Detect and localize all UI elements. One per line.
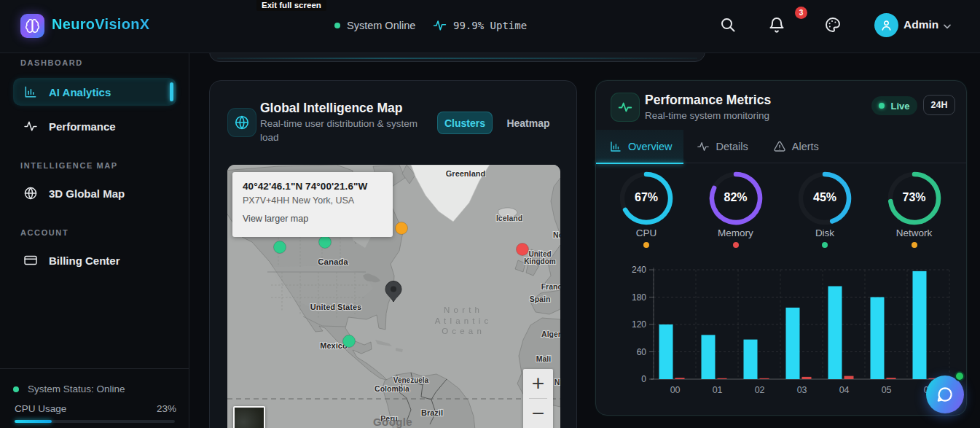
map-card-title: Global Intelligence Map bbox=[260, 101, 402, 116]
performance-metrics-card: Performance Metrics Real-time system mon… bbox=[595, 80, 967, 416]
cpu-usage-label: CPU Usage bbox=[15, 403, 66, 414]
map-zoom-control: + − bbox=[523, 369, 553, 428]
tab-label: Overview bbox=[628, 141, 672, 152]
sidebar-item-performance[interactable]: Performance bbox=[13, 112, 176, 140]
map-coordinates: 40°42'46.1"N 74°00'21.6"W bbox=[243, 181, 383, 192]
map-label: Ni bbox=[554, 378, 560, 386]
bar-requests-02 bbox=[744, 340, 758, 379]
tab-details[interactable]: Details bbox=[683, 130, 759, 163]
zoom-in-button[interactable]: + bbox=[523, 369, 553, 398]
gauge-label: CPU bbox=[602, 227, 691, 238]
user-name[interactable]: Admin bbox=[903, 18, 938, 31]
bar-requests-00 bbox=[659, 324, 673, 379]
app-root: NeuroVisionX Exit full screen System Onl… bbox=[0, 0, 980, 428]
chevron-down-icon[interactable] bbox=[941, 20, 953, 32]
gauge-label: Network bbox=[870, 227, 959, 238]
gauge-label: Disk bbox=[780, 227, 869, 238]
online-dot bbox=[334, 23, 340, 28]
zoom-out-button[interactable]: − bbox=[523, 399, 553, 428]
brain-icon bbox=[25, 18, 40, 34]
gauges-row: 67%CPU82%Memory45%Disk73%Network bbox=[596, 163, 966, 262]
cpu-progress-track bbox=[15, 420, 175, 423]
bar-chart-icon bbox=[23, 85, 38, 99]
tab-alerts[interactable]: Alerts bbox=[760, 130, 831, 163]
map-label: Venezuela bbox=[393, 376, 429, 384]
bar-requests-05 bbox=[871, 297, 885, 380]
bar-requests-01 bbox=[702, 335, 716, 379]
embedded-map[interactable]: GreenlandIcelandNoCanadaUnitedKingdomFra… bbox=[227, 165, 560, 428]
status-dot bbox=[13, 386, 19, 392]
metrics-card-title: Performance Metrics bbox=[645, 93, 771, 108]
x-axis-label: 01 bbox=[713, 385, 723, 395]
sidebar-item-ai-analytics[interactable]: AI Analytics bbox=[13, 78, 176, 106]
metrics-tabs: Overview Details Alerts bbox=[596, 130, 966, 163]
map-label: Spain bbox=[530, 295, 551, 303]
activity-icon bbox=[617, 99, 633, 115]
tab-overview[interactable]: Overview bbox=[596, 130, 683, 163]
credit-card-icon bbox=[23, 253, 38, 268]
bar-requests-04 bbox=[828, 287, 842, 380]
palette-icon[interactable] bbox=[824, 16, 842, 34]
bar-chart: 06012018024000010203040506 bbox=[611, 262, 959, 405]
section-label-account: ACCOUNT bbox=[20, 228, 68, 237]
sidebar-item-3d-global-map[interactable]: 3D Global Map bbox=[13, 179, 176, 207]
section-label-dashboard: DASHBOARD bbox=[20, 58, 83, 67]
gauge-disk: 45%Disk bbox=[780, 169, 869, 248]
pulse-icon bbox=[433, 18, 447, 32]
sidebar-footer: System Status: Online CPU Usage 23% bbox=[0, 368, 189, 428]
map-label: Kingdom bbox=[524, 257, 555, 265]
activity-icon bbox=[611, 93, 640, 122]
x-axis-label: 02 bbox=[755, 385, 765, 395]
bar-requests-06 bbox=[913, 271, 927, 379]
x-axis-label: 00 bbox=[670, 385, 681, 395]
gauge-network: 73%Network bbox=[870, 169, 959, 248]
alert-triangle-icon bbox=[773, 140, 786, 153]
gauge-label: Memory bbox=[691, 227, 780, 238]
street-view-thumbnail[interactable] bbox=[233, 406, 265, 428]
uptime-status: 99.9% Uptime bbox=[433, 19, 527, 31]
bar-errors-00 bbox=[675, 378, 685, 379]
globe-icon bbox=[234, 114, 250, 131]
cpu-progress-fill bbox=[15, 420, 52, 423]
bell-icon[interactable] bbox=[768, 16, 785, 34]
cluster-red-marker[interactable] bbox=[517, 244, 529, 256]
gauge-memory: 82%Memory bbox=[691, 169, 780, 248]
svg-text:180: 180 bbox=[632, 292, 646, 303]
map-label: Iceland bbox=[496, 214, 522, 222]
map-card-subtitle: Real-time user distribution & system loa… bbox=[260, 117, 439, 144]
gauge-value: 82% bbox=[691, 191, 780, 204]
system-status-label: System Online bbox=[347, 20, 415, 31]
map-info-tooltip: 40°42'46.1"N 74°00'21.6"W PX7V+4HH New Y… bbox=[232, 172, 393, 237]
gauge-value: 67% bbox=[602, 191, 691, 204]
user-avatar[interactable] bbox=[874, 13, 898, 37]
search-icon[interactable] bbox=[719, 16, 737, 34]
map-label: Mali bbox=[536, 354, 552, 363]
bar-errors-02 bbox=[760, 378, 769, 379]
sidebar-item-label: Billing Center bbox=[49, 254, 120, 267]
tab-label: Alerts bbox=[792, 141, 819, 152]
top-header: NeuroVisionX Exit full screen System Onl… bbox=[0, 0, 980, 53]
gauge-status-dot bbox=[643, 242, 649, 248]
cluster-orange-marker[interactable] bbox=[396, 222, 408, 235]
global-intelligence-map-card: Global Intelligence Map Real-time user d… bbox=[209, 80, 577, 428]
map-label: Franc bbox=[541, 282, 560, 291]
cluster-green-1-marker[interactable] bbox=[274, 241, 286, 254]
cluster-green-2-marker[interactable] bbox=[319, 236, 332, 249]
cpu-usage-row: CPU Usage 23% bbox=[15, 403, 176, 414]
map-label: O c e a n bbox=[442, 327, 482, 335]
bar-errors-03 bbox=[802, 377, 812, 379]
live-dot bbox=[879, 103, 885, 109]
clusters-button[interactable]: Clusters bbox=[437, 112, 493, 134]
sidebar-item-label: Performance bbox=[49, 120, 116, 133]
sidebar-item-billing-center[interactable]: Billing Center bbox=[13, 246, 176, 274]
time-range-badge[interactable]: 24H bbox=[923, 95, 955, 115]
brand-logo[interactable] bbox=[20, 14, 44, 38]
globe-icon bbox=[227, 108, 256, 137]
chat-bubble-icon bbox=[936, 385, 954, 404]
notification-badge: 3 bbox=[795, 7, 807, 19]
cluster-green-3-marker[interactable] bbox=[343, 335, 356, 348]
heatmap-button[interactable]: Heatmap bbox=[504, 112, 552, 134]
map-label: Greenland bbox=[446, 169, 485, 178]
map-label: United States bbox=[310, 303, 361, 311]
view-larger-map-link[interactable]: View larger map bbox=[243, 214, 383, 224]
